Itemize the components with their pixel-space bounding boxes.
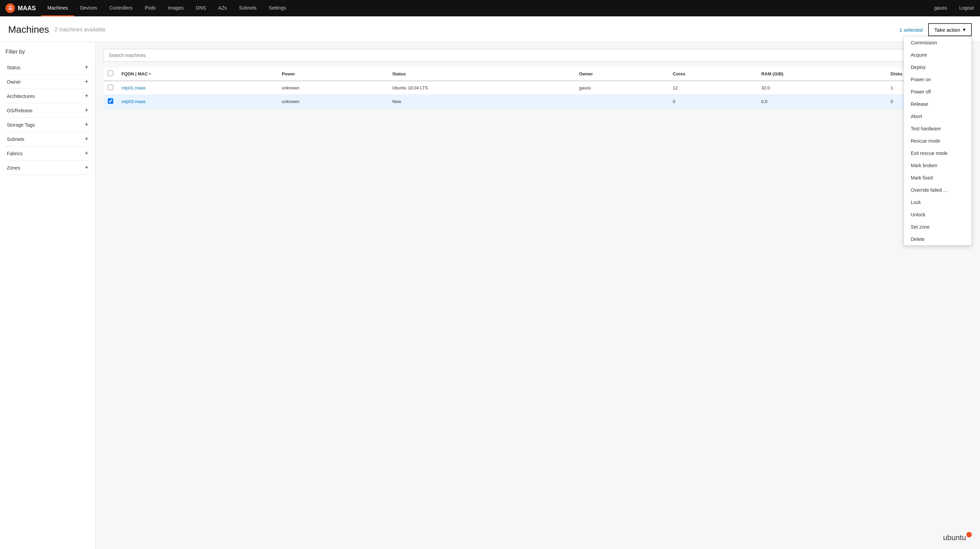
page-title: Machines <box>8 24 49 35</box>
action-rescue-mode[interactable]: Rescue mode <box>904 135 972 147</box>
action-delete[interactable]: Delete <box>904 233 972 245</box>
row2-status: New <box>388 95 575 108</box>
page-header: Machines 2 machines available 1 selected… <box>0 16 980 42</box>
take-action-dropdown: Commission Acquire Deploy Power on Power… <box>904 36 972 246</box>
filter-storage-tags[interactable]: Storage Tags + <box>5 118 90 132</box>
chevron-down-icon: ▾ <box>963 27 966 33</box>
row1-fqdn-link[interactable]: mlp01.maas <box>121 85 146 91</box>
action-power-on[interactable]: Power on <box>904 73 972 86</box>
row1-status: Ubuntu 18.04 LTS <box>388 81 575 95</box>
filter-fabrics[interactable]: Fabrics + <box>5 146 90 161</box>
machines-table: FQDN | MAC ▾ Power Status Owner Cores RA… <box>104 67 972 108</box>
filter-os-release[interactable]: OS/Release + <box>5 103 90 118</box>
row2-power: unknown <box>278 95 388 108</box>
row1-ram: 32.0 <box>757 81 886 95</box>
th-owner: Owner <box>575 67 669 81</box>
sort-icon-fqdn: ▾ <box>149 72 151 76</box>
nav-item-controllers[interactable]: Controllers <box>103 0 139 16</box>
filter-owner[interactable]: Owner + <box>5 75 90 89</box>
filter-zones-label: Zones <box>7 165 20 170</box>
table-header-row: FQDN | MAC ▾ Power Status Owner Cores RA… <box>104 67 972 81</box>
action-unlock[interactable]: Unlock <box>904 208 972 221</box>
search-input[interactable] <box>104 49 972 62</box>
app-name: MAAS <box>18 5 36 12</box>
row1-cores: 12 <box>668 81 757 95</box>
nav-item-pods[interactable]: Pods <box>138 0 162 16</box>
filter-os-release-label: OS/Release <box>7 108 32 113</box>
ubuntu-circle-icon <box>966 532 972 538</box>
row1-checkbox[interactable] <box>108 84 113 90</box>
take-action-button[interactable]: Take action ▾ <box>928 23 972 36</box>
plus-icon-owner: + <box>84 78 88 85</box>
row1-checkbox-cell <box>104 81 117 95</box>
row2-owner <box>575 95 669 108</box>
action-release[interactable]: Release <box>904 98 972 110</box>
row2-fqdn: mlp03.maas <box>117 95 278 108</box>
sidebar: Filter by Status + Owner + Architectures… <box>0 42 95 549</box>
filter-owner-label: Owner <box>7 79 21 84</box>
nav-logout[interactable]: Logout <box>953 5 980 11</box>
action-power-off[interactable]: Power off <box>904 86 972 98</box>
row2-checkbox[interactable] <box>108 98 113 104</box>
table-row: mlp03.maas unknown New 0 0.0 0 <box>104 95 972 108</box>
action-abort[interactable]: Abort <box>904 110 972 123</box>
row2-checkbox-cell <box>104 95 117 108</box>
nav-item-azs[interactable]: AZs <box>212 0 233 16</box>
row2-ram: 0.0 <box>757 95 886 108</box>
filter-architectures-label: Architectures <box>7 94 35 99</box>
selected-count: 1 selected <box>899 27 923 33</box>
select-all-checkbox[interactable] <box>108 71 113 76</box>
action-test-hardware[interactable]: Test hardware <box>904 123 972 135</box>
filter-zones[interactable]: Zones + <box>5 161 90 175</box>
nav-user[interactable]: gauss <box>928 5 953 11</box>
top-navigation: ☰ MAAS Machines Devices Controllers Pods… <box>0 0 980 16</box>
filter-subnets[interactable]: Subnets + <box>5 132 90 146</box>
action-set-zone[interactable]: Set zone <box>904 221 972 233</box>
row1-fqdn: mlp01.maas <box>117 81 278 95</box>
row2-cores: 0 <box>668 95 757 108</box>
nav-item-dns[interactable]: DNS <box>190 0 212 16</box>
filter-storage-tags-label: Storage Tags <box>7 122 35 127</box>
plus-icon-subnets: + <box>84 135 88 143</box>
action-mark-fixed[interactable]: Mark fixed <box>904 172 972 184</box>
row2-fqdn-link[interactable]: mlp03.maas <box>121 99 146 104</box>
app-logo[interactable]: ☰ MAAS <box>0 3 41 13</box>
action-commission[interactable]: Commission <box>904 37 972 49</box>
nav-item-subnets[interactable]: Subnets <box>233 0 262 16</box>
nav-item-settings[interactable]: Settings <box>262 0 292 16</box>
nav-item-machines[interactable]: Machines <box>41 0 74 16</box>
main-content: FQDN | MAC ▾ Power Status Owner Cores RA… <box>95 42 980 549</box>
plus-icon-zones: + <box>84 164 88 171</box>
th-status: Status <box>388 67 575 81</box>
row1-owner: gauss <box>575 81 669 95</box>
action-lock[interactable]: Lock <box>904 196 972 208</box>
action-acquire[interactable]: Acquire <box>904 49 972 61</box>
filter-status-label: Status <box>7 65 21 70</box>
page-header-right: 1 selected Take action ▾ Commission Acqu… <box>899 23 972 36</box>
th-fqdn-mac[interactable]: FQDN | MAC ▾ <box>117 67 278 81</box>
nav-item-devices[interactable]: Devices <box>74 0 103 16</box>
action-deploy[interactable]: Deploy <box>904 61 972 73</box>
plus-icon-os-release: + <box>84 107 88 114</box>
ubuntu-logo: ubuntu <box>943 532 972 542</box>
table-row: mlp01.maas unknown Ubuntu 18.04 LTS gaus… <box>104 81 972 95</box>
hamburger-icon: ☰ <box>5 3 15 13</box>
filter-status[interactable]: Status + <box>5 60 90 75</box>
action-exit-rescue-mode[interactable]: Exit rescue mode <box>904 147 972 159</box>
plus-icon-architectures: + <box>84 92 88 100</box>
row1-power: unknown <box>278 81 388 95</box>
nav-item-images[interactable]: Images <box>162 0 190 16</box>
filter-title: Filter by <box>5 49 90 55</box>
action-override-failed[interactable]: Override failed … <box>904 184 972 196</box>
nav-items: Machines Devices Controllers Pods Images… <box>41 0 292 16</box>
page-subtitle: 2 machines available <box>54 27 105 33</box>
th-checkbox <box>104 67 117 81</box>
filter-architectures[interactable]: Architectures + <box>5 89 90 103</box>
plus-icon-status: + <box>84 64 88 71</box>
action-mark-broken[interactable]: Mark broken <box>904 159 972 172</box>
th-ram: RAM (GiB) <box>757 67 886 81</box>
filter-fabrics-label: Fabrics <box>7 151 22 156</box>
main-layout: Filter by Status + Owner + Architectures… <box>0 42 980 549</box>
plus-icon-storage-tags: + <box>84 121 88 128</box>
th-power: Power <box>278 67 388 81</box>
